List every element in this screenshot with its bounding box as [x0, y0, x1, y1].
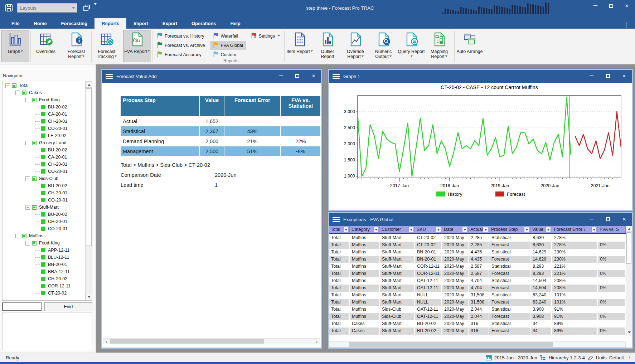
- column-filter-dropdown[interactable]: [546, 227, 551, 232]
- tab-import[interactable]: Import: [126, 18, 155, 29]
- query-report-button[interactable]: Query Report: [397, 30, 425, 62]
- tree-item-cakes[interactable]: −Cakes: [3, 89, 85, 96]
- tree-item-food-king[interactable]: −Food-King: [3, 239, 85, 247]
- tree-item-bu-20-02[interactable]: BU-20-02: [3, 182, 85, 189]
- tree-collapse-icon[interactable]: −: [15, 91, 20, 95]
- tree-item-co-20-01[interactable]: CO-20-01: [3, 196, 85, 204]
- exceptions-scroll-down-button[interactable]: [626, 330, 632, 335]
- tree-item-ch-20-01[interactable]: CH-20-01: [3, 161, 85, 168]
- settings-button[interactable]: Settings: [248, 31, 283, 41]
- tree-item-app-12-11[interactable]: APP-12-11: [3, 247, 85, 254]
- fva-window-titlebar[interactable]: Forecast Value Add ✕: [102, 70, 321, 83]
- column-filter-dropdown[interactable]: [436, 227, 441, 232]
- fva-horizontal-scrollbar[interactable]: ‹ ›: [103, 338, 320, 344]
- exceptions-column-header-sku[interactable]: SKU: [415, 226, 442, 233]
- scroll-left-button[interactable]: ‹: [103, 339, 109, 344]
- fva-maximize-button[interactable]: [292, 72, 302, 80]
- exceptions-scroll-up-button[interactable]: [626, 226, 632, 232]
- exceptions-row[interactable]: TotalMuffinsStuff-MartNULL2020-May31,508…: [329, 292, 626, 299]
- tree-collapse-icon[interactable]: −: [25, 176, 30, 181]
- tab-home[interactable]: Home: [26, 18, 54, 29]
- titlebar-more-button[interactable]: [94, 5, 97, 10]
- exceptions-minimize-button[interactable]: [586, 215, 597, 223]
- window-menu-icon[interactable]: [106, 74, 113, 79]
- exceptions-close-button[interactable]: ✕: [619, 215, 630, 223]
- tree-item-bn-20-01[interactable]: BN-20-01: [3, 261, 85, 268]
- exceptions-row[interactable]: TotalMuffinsStuff-MartNULL2020-May31,508…: [329, 299, 626, 306]
- save-layout-button[interactable]: [4, 3, 14, 13]
- exceptions-row[interactable]: TotalMuffinsSids-ClubOAT-12-112020-May2,…: [329, 313, 626, 320]
- column-filter-dropdown[interactable]: [483, 227, 488, 232]
- maximize-button[interactable]: [606, 1, 616, 10]
- exceptions-row[interactable]: TotalMuffinsStuff-MartCT-20-022020-May2,…: [329, 234, 626, 242]
- exceptions-column-header-fva-vs-s[interactable]: FVA vs. S: [598, 226, 626, 233]
- tree-item-ch-20-01[interactable]: CH-20-01: [3, 189, 85, 196]
- tab-help[interactable]: Help: [223, 18, 248, 29]
- fva-report-button[interactable]: $FVA Report: [123, 30, 151, 62]
- exceptions-row[interactable]: TotalMuffinsStuff-MartOAT-12-112020-May4…: [329, 277, 626, 285]
- tree-item-ca-20-01[interactable]: CA-20-01: [3, 111, 85, 118]
- tree-collapse-icon[interactable]: −: [25, 141, 30, 145]
- tree-item-stuff-mart[interactable]: −Stuff-Mart: [3, 204, 85, 211]
- minimize-button[interactable]: [590, 1, 601, 10]
- exceptions-vscroll-thumb[interactable]: [626, 232, 631, 264]
- column-filter-dropdown[interactable]: [591, 227, 597, 232]
- exceptions-row[interactable]: TotalMuffinsSids-ClubOAT-12-112020-May2,…: [329, 306, 626, 313]
- auto-arrange-button[interactable]: Auto Arrange: [456, 30, 484, 62]
- tree-item-bu-20-02[interactable]: BU-20-02: [3, 103, 85, 111]
- find-input[interactable]: [2, 302, 42, 311]
- overrides-button[interactable]: Overrides: [32, 30, 60, 62]
- find-button[interactable]: Find: [44, 302, 92, 311]
- tree-item-sids-club[interactable]: −Sids-Club: [3, 175, 85, 182]
- exceptions-row[interactable]: TotalCakesStuff-MartBU-20-022020-May316F…: [329, 327, 626, 335]
- exceptions-column-header-actual[interactable]: Actual: [469, 226, 489, 233]
- exceptions-row[interactable]: TotalCakesStuff-MartBU-20-022020-May316S…: [329, 320, 626, 327]
- window-menu-icon[interactable]: [333, 74, 340, 79]
- tab-file[interactable]: File: [4, 18, 26, 29]
- tree-item-grocery-land[interactable]: −Grocery-Land: [3, 139, 85, 146]
- column-filter-dropdown[interactable]: [408, 227, 414, 232]
- numeric-output-button[interactable]: Numeric Output: [369, 30, 397, 62]
- tree-item-co-20-01[interactable]: CO-20-01: [3, 168, 85, 175]
- tab-operations[interactable]: Operations: [184, 18, 223, 29]
- tree-scroll-thumb[interactable]: [86, 88, 92, 246]
- tab-export[interactable]: Export: [155, 18, 184, 29]
- exceptions-column-header-customer[interactable]: Customer: [380, 226, 415, 233]
- tree-scrollbar[interactable]: [85, 81, 92, 300]
- column-filter-dropdown[interactable]: [524, 227, 529, 232]
- tree-item-muffins[interactable]: −Muffins: [3, 232, 85, 239]
- window-menu-icon[interactable]: [333, 217, 340, 222]
- exceptions-row[interactable]: TotalMuffinsStuff-MartCOR-12-112020-May2…: [329, 270, 626, 277]
- column-filter-dropdown[interactable]: [462, 227, 467, 232]
- fva-hscroll-thumb[interactable]: [110, 339, 264, 344]
- flag-item-forecast-vs-history[interactable]: Forecast vs. History: [154, 31, 208, 41]
- flag-item-forecast-vs-archive[interactable]: Forecast vs. Archive: [154, 41, 208, 50]
- column-filter-dropdown[interactable]: [373, 227, 379, 232]
- tree-item-food-king[interactable]: −Food-King: [3, 96, 85, 103]
- collapse-ribbon-button[interactable]: [626, 23, 631, 26]
- layouts-dropdown-arrow[interactable]: [70, 4, 76, 11]
- tree-item-bu-20-02[interactable]: BU-20-02: [3, 146, 85, 154]
- tree-item-cor-12-11[interactable]: COR-12-11: [3, 282, 85, 290]
- tree-collapse-icon[interactable]: −: [25, 98, 30, 102]
- exceptions-column-header-date[interactable]: Date: [442, 226, 469, 233]
- tree-item-ch-20-01[interactable]: CH-20-01: [3, 118, 85, 125]
- fva-minimize-button[interactable]: [275, 72, 286, 80]
- exceptions-row[interactable]: TotalMuffinsStuff-MartBN-20-012020-May4,…: [329, 249, 626, 256]
- exceptions-column-header-forecast-error[interactable]: Forecast Error ↓: [552, 226, 598, 233]
- forecast-report-button[interactable]: Forecast Report: [62, 30, 90, 62]
- exceptions-row[interactable]: TotalMuffinsStuff-MartCOR-12-112020-May2…: [329, 263, 626, 270]
- exceptions-vscrollbar[interactable]: [626, 226, 632, 335]
- tree-item-bra-12-11[interactable]: BRA-12-11: [3, 268, 85, 275]
- tree-item-total[interactable]: −Total: [3, 82, 85, 89]
- flag-item-fva-global[interactable]: FVA Global: [210, 41, 246, 50]
- layouts-combobox[interactable]: Layouts: [17, 3, 77, 13]
- tree-item-ch-20-02[interactable]: CH-20-02: [3, 275, 85, 282]
- exceptions-column-header-category[interactable]: Category: [350, 226, 380, 233]
- exceptions-hscrollbar[interactable]: [329, 341, 626, 348]
- tree-item-ch-20-01[interactable]: CH-20-01: [3, 218, 85, 225]
- tree-scroll-up-button[interactable]: [86, 81, 92, 88]
- exceptions-maximize-button[interactable]: [602, 215, 613, 223]
- column-filter-dropdown[interactable]: [343, 227, 349, 232]
- exceptions-row[interactable]: TotalMuffinsStuff-MartBN-20-012020-May4,…: [329, 256, 626, 263]
